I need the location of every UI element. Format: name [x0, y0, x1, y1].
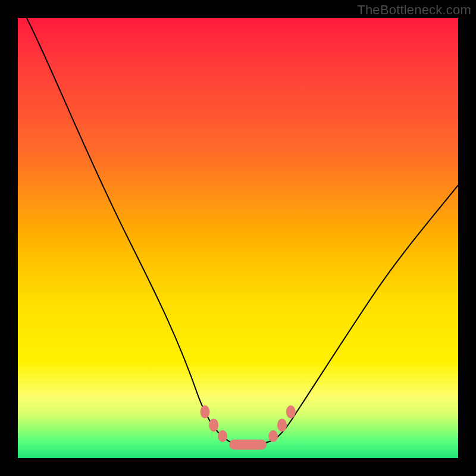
curve-marker	[277, 419, 287, 432]
curve-marker	[268, 430, 278, 442]
curve-floor-pill	[229, 440, 267, 450]
chart-frame: TheBottleneck.com	[0, 0, 476, 476]
curve-layer	[18, 18, 458, 458]
bottleneck-curve	[27, 18, 458, 445]
watermark-text: TheBottleneck.com	[357, 2, 471, 18]
curve-marker	[209, 419, 218, 432]
curve-marker	[218, 430, 227, 442]
plot-area	[18, 18, 458, 458]
curve-marker	[286, 405, 296, 418]
curve-marker	[201, 405, 210, 418]
